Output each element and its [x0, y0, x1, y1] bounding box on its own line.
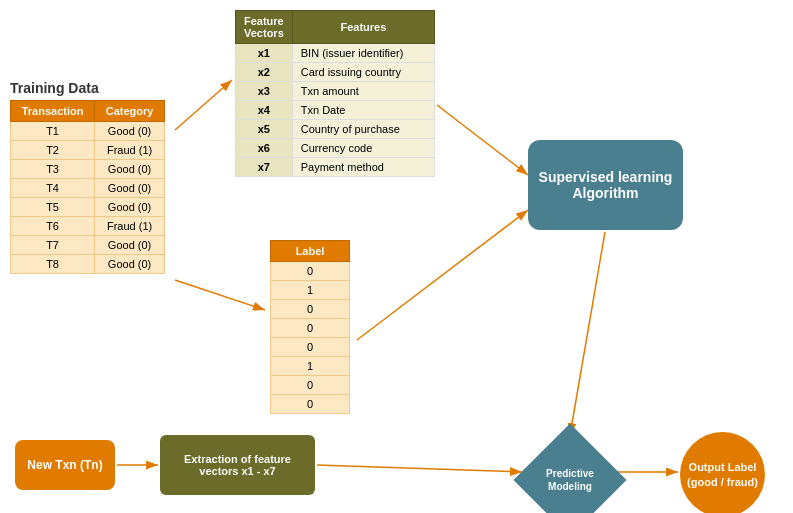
- training-table-cell: T5: [11, 198, 95, 217]
- table-row: x1BIN (issuer identifier): [236, 44, 435, 63]
- training-table-cell: Fraud (1): [95, 217, 165, 236]
- svg-line-5: [357, 210, 528, 340]
- svg-line-4: [437, 105, 528, 175]
- label-cell: 0: [271, 319, 350, 338]
- table-row: T3Good (0): [11, 160, 165, 179]
- table-row: T6Fraud (1): [11, 217, 165, 236]
- feature-vector-cell: x5: [236, 120, 293, 139]
- training-table-cell: Good (0): [95, 160, 165, 179]
- feature-name-cell: Country of purchase: [292, 120, 434, 139]
- table-row: x2Card issuing country: [236, 63, 435, 82]
- table-row: x4Txn Date: [236, 101, 435, 120]
- table-row: T7Good (0): [11, 236, 165, 255]
- table-row: x5Country of purchase: [236, 120, 435, 139]
- output-label-circle: Output Label (good / fraud): [680, 432, 765, 513]
- extraction-box: Extraction of feature vectors x1 - x7: [160, 435, 315, 495]
- label-cell: 1: [271, 357, 350, 376]
- training-table-cell: T1: [11, 122, 95, 141]
- training-table-cell: T3: [11, 160, 95, 179]
- training-data-section: Training Data Transaction Category T1Goo…: [10, 80, 165, 274]
- new-txn-text: New Txn (Tn): [27, 458, 102, 472]
- table-row: x7Payment method: [236, 158, 435, 177]
- predictive-modeling-diamond: Predictive Modeling: [525, 435, 615, 513]
- feature-vector-cell: x1: [236, 44, 293, 63]
- output-label-text: Output Label (good / fraud): [685, 460, 760, 489]
- training-table-cell: T7: [11, 236, 95, 255]
- table-row: 0: [271, 376, 350, 395]
- feature-name-cell: Payment method: [292, 158, 434, 177]
- label-cell: 0: [271, 395, 350, 414]
- svg-line-8: [317, 465, 522, 472]
- training-table-cell: T2: [11, 141, 95, 160]
- feature-vectors-section: Feature Vectors Features x1BIN (issuer i…: [235, 10, 435, 177]
- feature-vector-cell: x7: [236, 158, 293, 177]
- svg-line-2: [175, 80, 232, 130]
- feature-vector-cell: x3: [236, 82, 293, 101]
- feature-vector-cell: x6: [236, 139, 293, 158]
- label-table: Label 01000100: [270, 240, 350, 414]
- label-cell: 0: [271, 262, 350, 281]
- training-col-category: Category: [95, 101, 165, 122]
- training-table-cell: T6: [11, 217, 95, 236]
- feature-col-vector-header: Feature Vectors: [236, 11, 293, 44]
- feature-name-cell: Card issuing country: [292, 63, 434, 82]
- feature-name-cell: Txn amount: [292, 82, 434, 101]
- training-table-cell: Fraud (1): [95, 141, 165, 160]
- label-cell: 0: [271, 376, 350, 395]
- feature-vector-cell: x4: [236, 101, 293, 120]
- table-row: x6Currency code: [236, 139, 435, 158]
- table-row: 0: [271, 300, 350, 319]
- label-cell: 1: [271, 281, 350, 300]
- feature-table: Feature Vectors Features x1BIN (issuer i…: [235, 10, 435, 177]
- predictive-modeling-text: Predictive Modeling: [525, 467, 615, 493]
- table-row: 0: [271, 262, 350, 281]
- training-table-cell: Good (0): [95, 122, 165, 141]
- table-row: T2Fraud (1): [11, 141, 165, 160]
- table-row: 0: [271, 395, 350, 414]
- label-cell: 0: [271, 338, 350, 357]
- supervised-learning-text: Supervised learning Algorithm: [538, 169, 673, 201]
- table-row: 0: [271, 338, 350, 357]
- table-row: x3Txn amount: [236, 82, 435, 101]
- table-row: 0: [271, 319, 350, 338]
- training-table: Transaction Category T1Good (0)T2Fraud (…: [10, 100, 165, 274]
- training-table-cell: T4: [11, 179, 95, 198]
- extraction-text: Extraction of feature vectors x1 - x7: [165, 453, 310, 477]
- table-row: T1Good (0): [11, 122, 165, 141]
- table-row: T4Good (0): [11, 179, 165, 198]
- table-row: 1: [271, 281, 350, 300]
- label-table-section: Label 01000100: [270, 240, 350, 414]
- feature-vector-cell: x2: [236, 63, 293, 82]
- training-table-cell: Good (0): [95, 179, 165, 198]
- label-header: Label: [271, 241, 350, 262]
- table-row: 1: [271, 357, 350, 376]
- training-table-cell: Good (0): [95, 198, 165, 217]
- feature-name-cell: Txn Date: [292, 101, 434, 120]
- new-txn-box: New Txn (Tn): [15, 440, 115, 490]
- feature-col-features-header: Features: [292, 11, 434, 44]
- training-data-title: Training Data: [10, 80, 165, 96]
- training-table-cell: T8: [11, 255, 95, 274]
- training-col-transaction: Transaction: [11, 101, 95, 122]
- training-table-cell: Good (0): [95, 236, 165, 255]
- feature-name-cell: BIN (issuer identifier): [292, 44, 434, 63]
- supervised-learning-box: Supervised learning Algorithm: [528, 140, 683, 230]
- table-row: T5Good (0): [11, 198, 165, 217]
- feature-name-cell: Currency code: [292, 139, 434, 158]
- svg-line-3: [175, 280, 265, 310]
- svg-line-6: [570, 232, 605, 435]
- label-cell: 0: [271, 300, 350, 319]
- table-row: T8Good (0): [11, 255, 165, 274]
- training-table-cell: Good (0): [95, 255, 165, 274]
